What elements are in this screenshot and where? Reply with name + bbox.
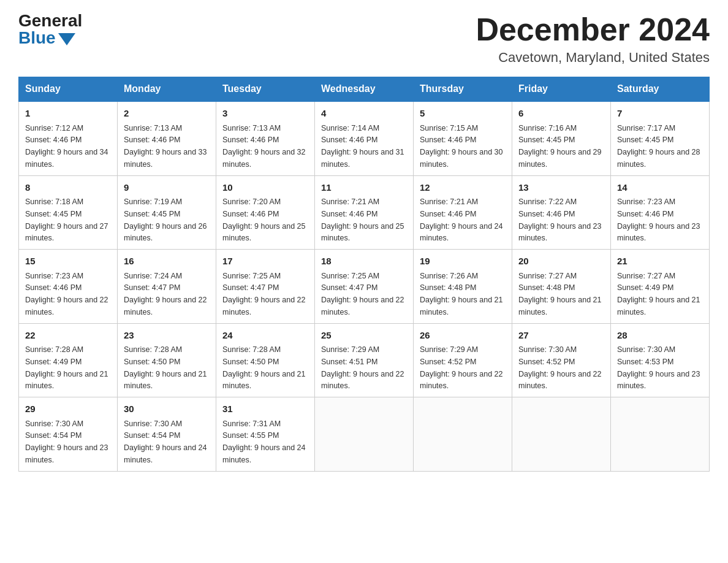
day-sunrise: Sunrise: 7:17 AMSunset: 4:45 PMDaylight:… bbox=[617, 124, 700, 169]
day-number: 1 bbox=[25, 107, 111, 121]
day-number: 25 bbox=[321, 329, 407, 343]
calendar-table: SundayMondayTuesdayWednesdayThursdayFrid… bbox=[18, 77, 710, 472]
calendar-cell: 26 Sunrise: 7:29 AMSunset: 4:52 PMDaylig… bbox=[414, 323, 512, 397]
day-sunrise: Sunrise: 7:29 AMSunset: 4:51 PMDaylight:… bbox=[321, 345, 404, 390]
day-sunrise: Sunrise: 7:28 AMSunset: 4:49 PMDaylight:… bbox=[25, 345, 108, 390]
logo-blue-text: Blue bbox=[18, 29, 56, 47]
day-sunrise: Sunrise: 7:29 AMSunset: 4:52 PMDaylight:… bbox=[420, 345, 503, 390]
calendar-cell: 22 Sunrise: 7:28 AMSunset: 4:49 PMDaylig… bbox=[19, 323, 118, 397]
calendar-header-saturday: Saturday bbox=[611, 77, 710, 102]
calendar-cell: 1 Sunrise: 7:12 AMSunset: 4:46 PMDayligh… bbox=[19, 101, 118, 175]
page-header: General Blue December 2024 Cavetown, Mar… bbox=[18, 12, 710, 66]
day-number: 27 bbox=[518, 329, 604, 343]
calendar-week-row: 1 Sunrise: 7:12 AMSunset: 4:46 PMDayligh… bbox=[19, 101, 710, 175]
day-number: 11 bbox=[321, 181, 407, 195]
day-sunrise: Sunrise: 7:20 AMSunset: 4:46 PMDaylight:… bbox=[222, 197, 306, 242]
calendar-cell bbox=[512, 397, 611, 472]
calendar-cell: 4 Sunrise: 7:14 AMSunset: 4:46 PMDayligh… bbox=[315, 101, 414, 175]
day-sunrise: Sunrise: 7:30 AMSunset: 4:53 PMDaylight:… bbox=[617, 345, 700, 390]
calendar-cell: 18 Sunrise: 7:25 AMSunset: 4:47 PMDaylig… bbox=[315, 250, 414, 324]
day-sunrise: Sunrise: 7:27 AMSunset: 4:48 PMDaylight:… bbox=[518, 272, 602, 316]
day-sunrise: Sunrise: 7:24 AMSunset: 4:47 PMDaylight:… bbox=[124, 272, 207, 316]
calendar-cell bbox=[414, 397, 512, 472]
logo: General Blue bbox=[18, 12, 82, 47]
calendar-cell: 17 Sunrise: 7:25 AMSunset: 4:47 PMDaylig… bbox=[216, 250, 315, 324]
day-sunrise: Sunrise: 7:18 AMSunset: 4:45 PMDaylight:… bbox=[25, 197, 108, 242]
calendar-cell: 29 Sunrise: 7:30 AMSunset: 4:54 PMDaylig… bbox=[19, 397, 118, 472]
calendar-cell: 25 Sunrise: 7:29 AMSunset: 4:51 PMDaylig… bbox=[315, 323, 414, 397]
day-sunrise: Sunrise: 7:25 AMSunset: 4:47 PMDaylight:… bbox=[321, 272, 404, 316]
day-number: 26 bbox=[420, 329, 506, 343]
day-sunrise: Sunrise: 7:21 AMSunset: 4:46 PMDaylight:… bbox=[420, 197, 503, 242]
day-number: 14 bbox=[617, 181, 703, 195]
day-sunrise: Sunrise: 7:23 AMSunset: 4:46 PMDaylight:… bbox=[617, 197, 700, 242]
day-number: 20 bbox=[518, 255, 604, 269]
calendar-cell: 12 Sunrise: 7:21 AMSunset: 4:46 PMDaylig… bbox=[414, 175, 512, 250]
calendar-header-thursday: Thursday bbox=[414, 77, 512, 102]
calendar-header-friday: Friday bbox=[512, 77, 611, 102]
logo-triangle-icon bbox=[58, 33, 75, 45]
calendar-cell: 16 Sunrise: 7:24 AMSunset: 4:47 PMDaylig… bbox=[118, 250, 216, 324]
day-number: 28 bbox=[617, 329, 703, 343]
calendar-header-tuesday: Tuesday bbox=[216, 77, 315, 102]
day-sunrise: Sunrise: 7:27 AMSunset: 4:49 PMDaylight:… bbox=[617, 272, 700, 316]
day-number: 6 bbox=[518, 107, 604, 121]
day-number: 2 bbox=[124, 107, 210, 121]
day-number: 17 bbox=[222, 255, 308, 269]
day-sunrise: Sunrise: 7:23 AMSunset: 4:46 PMDaylight:… bbox=[25, 272, 108, 316]
day-sunrise: Sunrise: 7:30 AMSunset: 4:54 PMDaylight:… bbox=[124, 419, 207, 464]
day-number: 16 bbox=[124, 255, 210, 269]
calendar-week-row: 15 Sunrise: 7:23 AMSunset: 4:46 PMDaylig… bbox=[19, 250, 710, 324]
day-number: 3 bbox=[222, 107, 308, 121]
calendar-cell: 11 Sunrise: 7:21 AMSunset: 4:46 PMDaylig… bbox=[315, 175, 414, 250]
day-sunrise: Sunrise: 7:14 AMSunset: 4:46 PMDaylight:… bbox=[321, 124, 404, 169]
day-number: 12 bbox=[420, 181, 506, 195]
calendar-cell: 2 Sunrise: 7:13 AMSunset: 4:46 PMDayligh… bbox=[118, 101, 216, 175]
day-sunrise: Sunrise: 7:28 AMSunset: 4:50 PMDaylight:… bbox=[124, 345, 207, 390]
location-title: Cavetown, Maryland, United States bbox=[476, 50, 710, 66]
calendar-cell: 13 Sunrise: 7:22 AMSunset: 4:46 PMDaylig… bbox=[512, 175, 611, 250]
calendar-cell: 10 Sunrise: 7:20 AMSunset: 4:46 PMDaylig… bbox=[216, 175, 315, 250]
calendar-header-monday: Monday bbox=[118, 77, 216, 102]
day-number: 7 bbox=[617, 107, 703, 121]
day-number: 22 bbox=[25, 329, 111, 343]
logo-general-text: General bbox=[18, 12, 82, 29]
day-number: 9 bbox=[124, 181, 210, 195]
day-sunrise: Sunrise: 7:13 AMSunset: 4:46 PMDaylight:… bbox=[124, 124, 207, 169]
calendar-cell: 15 Sunrise: 7:23 AMSunset: 4:46 PMDaylig… bbox=[19, 250, 118, 324]
calendar-cell: 5 Sunrise: 7:15 AMSunset: 4:46 PMDayligh… bbox=[414, 101, 512, 175]
calendar-header-wednesday: Wednesday bbox=[315, 77, 414, 102]
calendar-cell: 14 Sunrise: 7:23 AMSunset: 4:46 PMDaylig… bbox=[611, 175, 710, 250]
calendar-header-row: SundayMondayTuesdayWednesdayThursdayFrid… bbox=[19, 77, 710, 102]
day-number: 21 bbox=[617, 255, 703, 269]
calendar-week-row: 22 Sunrise: 7:28 AMSunset: 4:49 PMDaylig… bbox=[19, 323, 710, 397]
calendar-cell: 8 Sunrise: 7:18 AMSunset: 4:45 PMDayligh… bbox=[19, 175, 118, 250]
calendar-cell: 30 Sunrise: 7:30 AMSunset: 4:54 PMDaylig… bbox=[118, 397, 216, 472]
calendar-cell: 7 Sunrise: 7:17 AMSunset: 4:45 PMDayligh… bbox=[611, 101, 710, 175]
day-number: 8 bbox=[25, 181, 111, 195]
calendar-cell: 6 Sunrise: 7:16 AMSunset: 4:45 PMDayligh… bbox=[512, 101, 611, 175]
calendar-cell bbox=[611, 397, 710, 472]
day-sunrise: Sunrise: 7:30 AMSunset: 4:54 PMDaylight:… bbox=[25, 419, 108, 464]
day-number: 23 bbox=[124, 329, 210, 343]
calendar-header-sunday: Sunday bbox=[19, 77, 118, 102]
day-number: 10 bbox=[222, 181, 308, 195]
day-sunrise: Sunrise: 7:31 AMSunset: 4:55 PMDaylight:… bbox=[222, 419, 306, 464]
calendar-cell: 27 Sunrise: 7:30 AMSunset: 4:52 PMDaylig… bbox=[512, 323, 611, 397]
day-sunrise: Sunrise: 7:22 AMSunset: 4:46 PMDaylight:… bbox=[518, 197, 602, 242]
day-number: 18 bbox=[321, 255, 407, 269]
day-sunrise: Sunrise: 7:25 AMSunset: 4:47 PMDaylight:… bbox=[222, 272, 306, 316]
day-number: 15 bbox=[25, 255, 111, 269]
day-number: 31 bbox=[222, 402, 308, 416]
day-sunrise: Sunrise: 7:26 AMSunset: 4:48 PMDaylight:… bbox=[420, 272, 503, 316]
calendar-cell: 31 Sunrise: 7:31 AMSunset: 4:55 PMDaylig… bbox=[216, 397, 315, 472]
calendar-cell: 24 Sunrise: 7:28 AMSunset: 4:50 PMDaylig… bbox=[216, 323, 315, 397]
day-number: 4 bbox=[321, 107, 407, 121]
calendar-week-row: 29 Sunrise: 7:30 AMSunset: 4:54 PMDaylig… bbox=[19, 397, 710, 472]
calendar-cell: 20 Sunrise: 7:27 AMSunset: 4:48 PMDaylig… bbox=[512, 250, 611, 324]
day-sunrise: Sunrise: 7:12 AMSunset: 4:46 PMDaylight:… bbox=[25, 124, 108, 169]
calendar-cell: 28 Sunrise: 7:30 AMSunset: 4:53 PMDaylig… bbox=[611, 323, 710, 397]
day-number: 19 bbox=[420, 255, 506, 269]
month-title: December 2024 bbox=[476, 12, 710, 47]
day-number: 30 bbox=[124, 402, 210, 416]
